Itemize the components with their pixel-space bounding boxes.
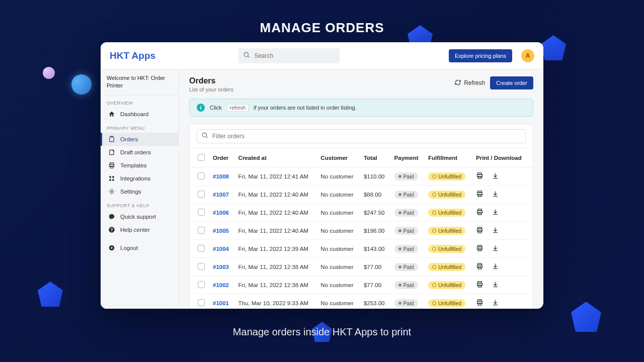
cell-total: $88.00	[360, 186, 390, 204]
row-checkbox[interactable]	[198, 299, 205, 306]
create-order-button[interactable]: Create order	[490, 76, 533, 89]
row-checkbox[interactable]	[198, 191, 205, 198]
sidebar-item-dashboard[interactable]: Dashboard	[101, 108, 179, 121]
col-fulfillment: Fulfillment	[424, 149, 472, 167]
print-button[interactable]	[476, 172, 484, 180]
global-search[interactable]	[238, 48, 339, 63]
order-link[interactable]: #1003	[213, 264, 229, 270]
order-link[interactable]: #1002	[213, 282, 229, 288]
row-checkbox[interactable]	[198, 227, 205, 234]
search-input[interactable]	[254, 52, 334, 59]
home-icon	[108, 111, 115, 118]
svg-rect-9	[109, 179, 111, 181]
table-row: #1008Fri, Mar 11, 2022 12:41 AMNo custom…	[190, 167, 533, 186]
sidebar: Welcome to HKT: Order Printer OVERVIEW D…	[101, 69, 179, 309]
page-subtitle: List of your orders	[189, 86, 233, 93]
cell-total: $253.00	[360, 294, 390, 309]
download-button[interactable]	[492, 190, 499, 199]
draft-icon	[108, 149, 115, 156]
order-link[interactable]: #1007	[213, 192, 229, 198]
order-link[interactable]: #1008	[213, 173, 229, 179]
print-button[interactable]	[476, 262, 484, 271]
refresh-button[interactable]: Refresh	[454, 79, 485, 87]
svg-rect-2	[110, 137, 114, 141]
sidebar-item-help-center[interactable]: ? Help center	[101, 223, 179, 236]
row-checkbox[interactable]	[198, 245, 205, 252]
order-link[interactable]: #1006	[213, 210, 229, 216]
sidebar-item-label: Draft orders	[120, 149, 151, 155]
fulfillment-badge: Unfulfilled	[428, 191, 465, 199]
table-row: #1007Fri, Mar 11, 2022 12:40 AMNo custom…	[190, 186, 533, 204]
order-link[interactable]: #1005	[213, 228, 229, 234]
download-button[interactable]	[492, 172, 499, 180]
row-checkbox[interactable]	[198, 172, 205, 179]
download-button[interactable]	[492, 281, 499, 289]
sidebar-item-logout[interactable]: Logout	[101, 241, 179, 254]
sidebar-item-integrations[interactable]: Integrations	[101, 172, 179, 185]
sidebar-item-templates[interactable]: Templates	[101, 159, 179, 172]
sidebar-item-settings[interactable]: Settings	[101, 185, 179, 198]
chat-icon	[108, 213, 115, 220]
download-button[interactable]	[492, 299, 499, 307]
cell-customer: No customer	[316, 204, 360, 222]
sidebar-item-quick-support[interactable]: Quick support	[101, 210, 179, 223]
row-checkbox[interactable]	[198, 263, 205, 270]
col-total: Total	[360, 149, 390, 167]
print-button[interactable]	[476, 226, 484, 235]
brand-logo[interactable]: HKT Apps	[110, 50, 155, 61]
print-button[interactable]	[476, 299, 484, 307]
cell-created: Thu, Mar 10, 2022 9:33 AM	[234, 294, 317, 309]
avatar[interactable]: A	[521, 49, 534, 62]
section-overview: OVERVIEW	[101, 96, 179, 108]
cell-customer: No customer	[316, 167, 360, 186]
order-link[interactable]: #1001	[213, 300, 229, 306]
download-button[interactable]	[492, 262, 499, 271]
fulfillment-badge: Unfulfilled	[428, 245, 465, 253]
section-support: SUPPORT & HELP	[101, 198, 179, 210]
print-button[interactable]	[476, 281, 484, 289]
gear-icon	[108, 188, 115, 195]
sidebar-item-label: Integrations	[120, 175, 150, 182]
sidebar-item-label: Templates	[120, 162, 146, 168]
cell-created: Fri, Mar 11, 2022 12:41 AM	[234, 167, 317, 186]
download-button[interactable]	[492, 208, 499, 217]
cell-customer: No customer	[316, 186, 360, 204]
svg-line-1	[248, 56, 250, 57]
col-actions: Print / Download	[472, 149, 533, 167]
payment-badge: Paid	[394, 263, 418, 271]
svg-line-17	[206, 137, 208, 138]
print-button[interactable]	[476, 208, 484, 217]
row-checkbox[interactable]	[198, 281, 205, 288]
sidebar-item-label: Orders	[120, 136, 138, 142]
payment-badge: Paid	[394, 245, 418, 253]
page-title: Orders	[189, 76, 233, 85]
cell-customer: No customer	[316, 240, 360, 258]
cell-created: Fri, Mar 11, 2022 12:38 AM	[234, 258, 317, 276]
row-checkbox[interactable]	[198, 209, 205, 216]
col-order: Order	[209, 149, 234, 167]
orders-icon	[108, 136, 115, 143]
table-row: #1004Fri, Mar 11, 2022 12:39 AMNo custom…	[190, 240, 533, 258]
download-button[interactable]	[492, 244, 499, 253]
sidebar-item-orders[interactable]: Orders	[101, 133, 179, 146]
table-row: #1003Fri, Mar 11, 2022 12:38 AMNo custom…	[190, 258, 533, 276]
cell-customer: No customer	[316, 258, 360, 276]
apps-icon	[108, 175, 115, 182]
banner-refresh-chip[interactable]: refresh	[227, 104, 249, 112]
help-icon: ?	[108, 226, 115, 233]
order-link[interactable]: #1004	[213, 246, 229, 252]
explore-pricing-button[interactable]: Explore pricing plans	[449, 49, 512, 62]
col-payment: Payment	[390, 149, 424, 167]
print-button[interactable]	[476, 190, 484, 199]
filter-orders-input[interactable]	[197, 129, 526, 143]
cell-created: Fri, Mar 11, 2022 12:38 AM	[234, 276, 317, 294]
sidebar-item-draft-orders[interactable]: Draft orders	[101, 146, 179, 159]
cell-total: $77.00	[360, 276, 390, 294]
app-window: HKT Apps Explore pricing plans A Welcome…	[101, 42, 543, 309]
download-button[interactable]	[492, 226, 499, 235]
banner-text-post: if your orders are not listed in order l…	[254, 105, 357, 111]
select-all-checkbox[interactable]	[198, 154, 205, 161]
cell-total: $143.00	[360, 240, 390, 258]
print-button[interactable]	[476, 244, 484, 253]
fulfillment-badge: Unfulfilled	[428, 209, 465, 217]
